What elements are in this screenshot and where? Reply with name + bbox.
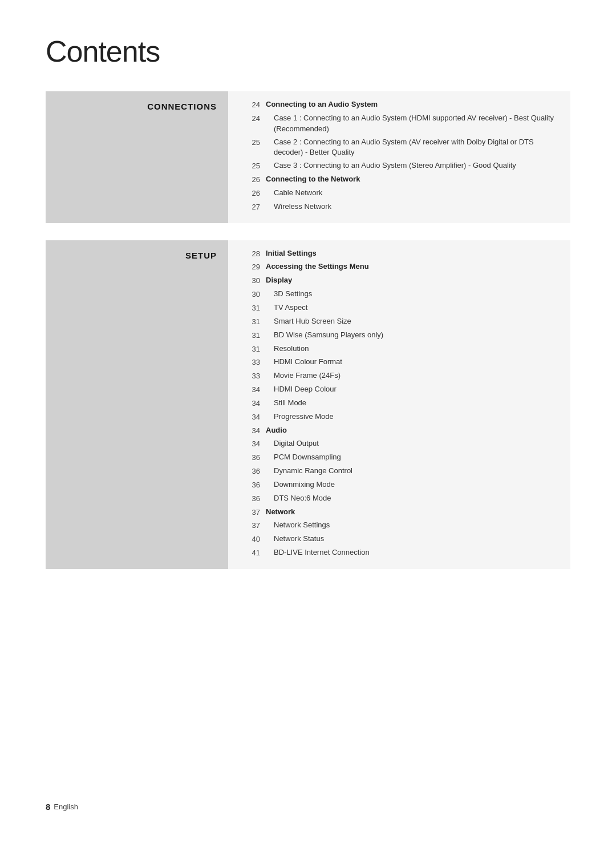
- entry-row: 34Digital Output: [245, 438, 559, 450]
- entry-row: 24Connecting to an Audio System: [245, 99, 559, 111]
- entry-page-number: 26: [245, 174, 266, 185]
- entry-page-number: 26: [245, 188, 266, 199]
- entry-text: Still Mode: [266, 398, 559, 409]
- entry-page-number: 40: [245, 534, 266, 545]
- entry-text: HDMI Colour Format: [266, 357, 559, 368]
- entry-text: Initial Settings: [266, 248, 559, 260]
- section-label-col-connections: CONNECTIONS: [46, 91, 228, 223]
- entry-row: 30Display: [245, 275, 559, 287]
- entry-text: PCM Downsampling: [266, 452, 559, 463]
- entry-page-number: 41: [245, 547, 266, 559]
- entry-row: 34Audio: [245, 425, 559, 437]
- entry-row: 37Network Settings: [245, 520, 559, 531]
- entry-row: 26Connecting to the Network: [245, 174, 559, 185]
- section-label-col-setup: SETUP: [46, 240, 228, 569]
- entry-text: Digital Output: [266, 438, 559, 450]
- entry-text: 3D Settings: [266, 289, 559, 300]
- section-entries-setup: 28Initial Settings29Accessing the Settin…: [228, 240, 570, 569]
- section-connections: CONNECTIONS24Connecting to an Audio Syst…: [46, 91, 570, 223]
- entry-text: Case 3 : Connecting to an Audio System (…: [266, 160, 559, 172]
- entry-page-number: 30: [245, 289, 266, 300]
- entry-page-number: 34: [245, 398, 266, 409]
- entry-page-number: 31: [245, 302, 266, 314]
- entry-text: Dynamic Range Control: [266, 466, 559, 477]
- entry-page-number: 37: [245, 520, 266, 531]
- entry-page-number: 25: [245, 137, 266, 159]
- entry-page-number: 34: [245, 438, 266, 450]
- entry-row: 25Case 3 : Connecting to an Audio System…: [245, 160, 559, 172]
- footer-language: English: [54, 802, 78, 811]
- entry-row: 29Accessing the Settings Menu: [245, 261, 559, 273]
- entry-text: Network Status: [266, 534, 559, 545]
- section-label-setup: SETUP: [185, 251, 217, 260]
- entry-row: 36DTS Neo:6 Mode: [245, 493, 559, 505]
- entry-page-number: 37: [245, 507, 266, 518]
- entry-page-number: 30: [245, 275, 266, 287]
- entry-page-number: 36: [245, 479, 266, 491]
- entry-page-number: 28: [245, 248, 266, 260]
- entry-row: 24Case 1 : Connecting to an Audio System…: [245, 113, 559, 135]
- entry-page-number: 31: [245, 316, 266, 328]
- entry-row: 31Resolution: [245, 344, 559, 355]
- entry-text: HDMI Deep Colour: [266, 384, 559, 396]
- entry-row: 33Movie Frame (24Fs): [245, 370, 559, 382]
- section-setup: SETUP28Initial Settings29Accessing the S…: [46, 240, 570, 569]
- entry-row: 36Dynamic Range Control: [245, 466, 559, 477]
- entry-text: Network Settings: [266, 520, 559, 531]
- entry-text: Connecting to the Network: [266, 174, 559, 185]
- entry-row: 28Initial Settings: [245, 248, 559, 260]
- entry-page-number: 29: [245, 261, 266, 273]
- entry-row: 36PCM Downsampling: [245, 452, 559, 463]
- page-footer: 8 English: [46, 802, 78, 812]
- entry-text: DTS Neo:6 Mode: [266, 493, 559, 505]
- entry-page-number: 34: [245, 384, 266, 396]
- entry-text: BD-LIVE Internet Connection: [266, 547, 559, 559]
- entry-page-number: 33: [245, 357, 266, 368]
- entry-page-number: 36: [245, 452, 266, 463]
- entry-row: 27Wireless Network: [245, 201, 559, 213]
- entry-row: 31Smart Hub Screen Size: [245, 316, 559, 328]
- section-label-connections: CONNECTIONS: [147, 102, 217, 111]
- entry-row: 33HDMI Colour Format: [245, 357, 559, 368]
- entry-row: 40Network Status: [245, 534, 559, 545]
- entry-text: Connecting to an Audio System: [266, 99, 559, 111]
- entry-page-number: 25: [245, 160, 266, 172]
- section-entries-connections: 24Connecting to an Audio System24Case 1 …: [228, 91, 570, 223]
- entry-text: Accessing the Settings Menu: [266, 261, 559, 273]
- entry-text: Case 2 : Connecting to an Audio System (…: [266, 137, 559, 159]
- entry-text: Cable Network: [266, 188, 559, 199]
- entry-row: 36Downmixing Mode: [245, 479, 559, 491]
- entry-page-number: 36: [245, 493, 266, 505]
- entry-text: TV Aspect: [266, 302, 559, 314]
- contents-layout: CONNECTIONS24Connecting to an Audio Syst…: [46, 91, 570, 586]
- entry-row: 34HDMI Deep Colour: [245, 384, 559, 396]
- entry-text: Wireless Network: [266, 201, 559, 213]
- entry-text: Smart Hub Screen Size: [266, 316, 559, 328]
- entry-row: 31TV Aspect: [245, 302, 559, 314]
- entry-text: Movie Frame (24Fs): [266, 370, 559, 382]
- entry-text: Display: [266, 275, 559, 287]
- entry-text: BD Wise (Samsung Players only): [266, 330, 559, 341]
- entry-page-number: 31: [245, 330, 266, 341]
- entry-text: Audio: [266, 425, 559, 437]
- entry-row: 26Cable Network: [245, 188, 559, 199]
- entry-page-number: 36: [245, 466, 266, 477]
- entry-row: 34Still Mode: [245, 398, 559, 409]
- entry-row: 37Network: [245, 507, 559, 518]
- entry-row: 303D Settings: [245, 289, 559, 300]
- entry-page-number: 27: [245, 201, 266, 213]
- entry-text: Network: [266, 507, 559, 518]
- entry-text: Downmixing Mode: [266, 479, 559, 491]
- entry-page-number: 31: [245, 344, 266, 355]
- entry-row: 25Case 2 : Connecting to an Audio System…: [245, 137, 559, 159]
- entry-row: 31BD Wise (Samsung Players only): [245, 330, 559, 341]
- footer-page-number: 8: [46, 802, 50, 812]
- entry-page-number: 24: [245, 113, 266, 135]
- entry-text: Progressive Mode: [266, 412, 559, 423]
- entry-page-number: 24: [245, 99, 266, 111]
- entry-text: Resolution: [266, 344, 559, 355]
- entry-page-number: 33: [245, 370, 266, 382]
- entry-row: 34Progressive Mode: [245, 412, 559, 423]
- page-title: Contents: [46, 34, 570, 68]
- entry-page-number: 34: [245, 425, 266, 437]
